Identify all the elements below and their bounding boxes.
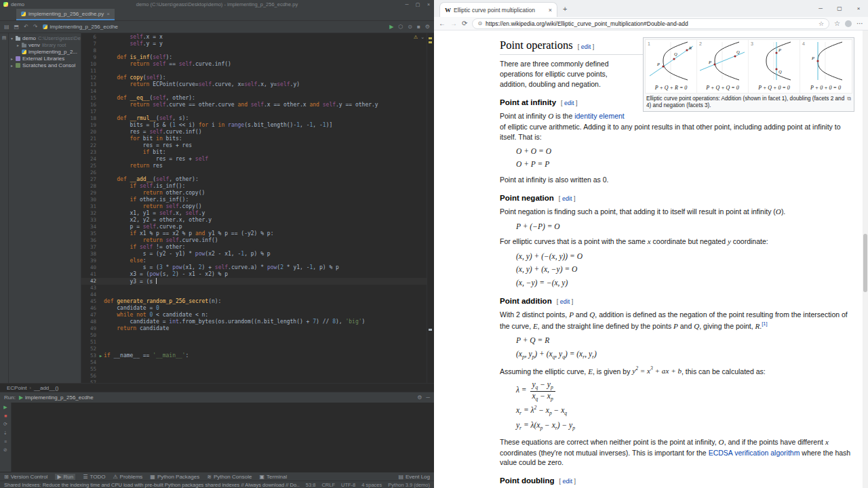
address-bar[interactable]: ⊙ https://en.wikipedia.org/wiki/Elliptic… [472,18,829,29]
browser-tab[interactable]: W Elliptic curve point multiplication × [439,2,557,17]
code-line[interactable]: 44 [81,291,427,298]
line-number[interactable]: 11 [81,68,98,75]
scroll-down-icon[interactable]: ⇣ [3,430,7,436]
line-number[interactable]: 44 [81,291,98,298]
code-line[interactable]: 17 [81,108,427,115]
close-button[interactable]: × [849,0,868,17]
python-interpreter[interactable]: Python 3.9 (demo) [388,482,430,488]
dock-problems[interactable]: ⚠Problems [113,474,142,480]
dock-event-log[interactable]: ▤Event Log [398,474,430,480]
tab-close-icon[interactable]: × [549,7,552,14]
code-line[interactable]: 8 [81,47,427,54]
line-number[interactable]: 57 [81,380,98,383]
refresh-button[interactable]: ⟳ [462,20,467,27]
tree-item-scratches-and-consol[interactable]: ▸Scratches and Consol [9,62,81,69]
code-line[interactable]: 30 if other.is_inf(): [81,197,427,203]
code-line[interactable]: 40 s = (3 * pow(x1, 2) + self.curve.a) *… [81,264,427,271]
caret-marker[interactable] [429,329,432,331]
line-number[interactable]: 51 [81,339,98,346]
code-line[interactable]: 10 return self == self.curve.inf() [81,61,427,68]
code-line[interactable]: 51 [81,339,427,346]
line-number[interactable]: 52 [81,346,98,352]
code-line[interactable]: 49 return candidate [81,325,427,332]
code-line[interactable]: 16 return self.curve == other.curve and … [81,102,427,108]
run-gutter-icon[interactable]: ▶ [98,352,104,359]
run-config-tab[interactable]: ▶ implementing_p_256_ecdhe [19,394,94,401]
line-number[interactable]: 10 [81,61,98,68]
minimize-button[interactable]: ─ [401,2,412,7]
line-number[interactable]: 8 [81,47,98,54]
tree-item-demo[interactable]: ▾demoC:\Users\geass\De [9,35,81,42]
soft-wrap-icon[interactable]: ≡ [4,439,7,444]
editor-scrollbar[interactable] [427,33,434,383]
code-line[interactable]: 56 [81,373,427,380]
line-number[interactable]: 9 [81,54,98,61]
code-line[interactable]: 11 [81,68,427,75]
line-number[interactable]: 23 [81,149,98,156]
project-stripe-icon[interactable]: ▤ [2,35,7,40]
code-line[interactable]: 20 res = self.curve.inf() [81,129,427,136]
wiki-link[interactable]: ECDSA verification algorithm [709,449,800,457]
code-line[interactable]: 43 [81,285,427,291]
site-info-icon[interactable]: ⊙ [477,20,482,26]
dock-python-packages[interactable]: ▦Python Packages [150,474,199,480]
code-line[interactable]: 28 if self.is_inf(): [81,183,427,190]
code-line[interactable]: 54 [81,359,427,366]
bookmark-star-icon[interactable]: ☆ [818,20,824,27]
code-line[interactable]: 26 [81,169,427,176]
code-line[interactable]: 39 else: [81,258,427,264]
minimize-button[interactable]: ─ [811,0,830,17]
navbar-breadcrumb[interactable]: implementing_p_256_ecdhe [43,24,119,30]
code-line[interactable]: 42 y3 = (s [81,278,427,285]
forward-button[interactable]: → [450,20,457,27]
code-line[interactable]: 46 candidate = 0 [81,305,427,312]
open-icon[interactable]: ▤ [4,24,9,30]
tree-item-external-libraries[interactable]: ▸External Libraries [9,56,81,62]
line-number[interactable]: 37 [81,244,98,251]
status-message[interactable]: Shared Indexes: Reduce the indexing time… [4,482,300,488]
edit-link[interactable]: edit [581,43,591,50]
debug-button[interactable]: ⬡ [398,24,403,30]
scrollbar-thumb[interactable] [863,234,867,292]
line-number[interactable]: 22 [81,142,98,149]
save-icon[interactable]: ⬒ [14,24,20,30]
line-number[interactable]: 24 [81,156,98,163]
code-line[interactable]: 57 [81,380,427,383]
line-number[interactable]: 49 [81,325,98,332]
code-area[interactable]: 6 self.x = x7 self.y = y89 def is_inf(se… [81,33,427,383]
code-line[interactable]: 52 [81,346,427,352]
close-button[interactable]: × [423,2,434,7]
profile-avatar[interactable] [845,20,852,27]
clear-console-icon[interactable]: ⊘ [3,447,7,453]
line-number[interactable]: 7 [81,41,98,47]
run-button[interactable]: ▶ [389,24,393,30]
edit-link[interactable]: edit [560,298,570,305]
hide-panel-icon[interactable]: ─ [426,394,430,401]
line-number[interactable]: 56 [81,373,98,380]
line-number[interactable]: 27 [81,176,98,183]
code-line[interactable]: 41 x3 = (pow(s, 2) - x1 - x2) % p [81,271,427,278]
indent-style[interactable]: 4 spaces [361,482,382,488]
line-number[interactable]: 35 [81,230,98,237]
code-line[interactable]: 6 self.x = x [81,34,427,41]
inspection-widget[interactable]: ⚠ ⌄ [414,35,425,40]
line-number[interactable]: 12 [81,75,98,81]
code-line[interactable]: 29 return other.copy() [81,190,427,197]
stop-button[interactable]: ■ [417,24,420,30]
code-line[interactable]: 48 candidate = int.from_bytes(os.urandom… [81,319,427,325]
line-number[interactable]: 33 [81,217,98,224]
line-number[interactable]: 31 [81,203,98,210]
line-number[interactable]: 14 [81,88,98,95]
warning-marker[interactable] [429,37,432,39]
line-number[interactable]: 55 [81,366,98,373]
code-line[interactable]: 45def generate_random_p_256_secret(n): [81,298,427,305]
code-line[interactable]: 35 if x1 % p == x2 % p and y1 % p == (-y… [81,230,427,237]
favorites-icon[interactable]: ☆ [834,20,840,27]
code-line[interactable]: 12 def copy(self): [81,75,427,81]
code-line[interactable]: 23 if bit: [81,149,427,156]
warning-marker[interactable] [429,41,432,43]
code-line[interactable]: 18 def __rmul__(self, s): [81,115,427,122]
code-line[interactable]: 36 return self.curve.inf() [81,237,427,244]
url-text[interactable]: https://en.wikipedia.org/wiki/Elliptic_c… [486,20,688,27]
code-line[interactable]: 32 x1, y1 = self.x, self.y [81,210,427,217]
